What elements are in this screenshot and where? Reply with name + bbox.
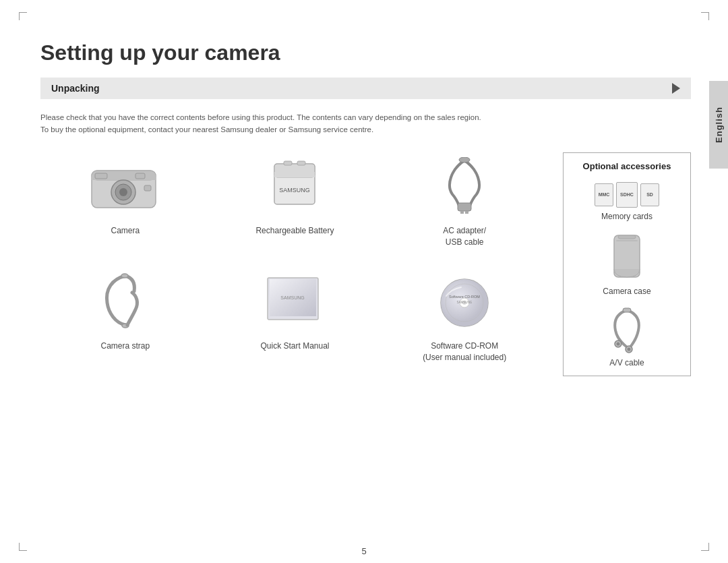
item-strap: Camera strap — [40, 268, 210, 376]
svg-rect-7 — [95, 173, 107, 179]
items-area: Camera SAMSUNG Rechargeable Battery — [40, 152, 691, 376]
battery-image: SAMSUNG — [251, 152, 338, 220]
svg-point-39 — [617, 342, 620, 345]
strap-svg — [95, 272, 156, 330]
sd-card: SD — [640, 183, 659, 206]
cdrom-image: Software CD-ROM SAMSUNG — [421, 268, 508, 335]
svg-point-19 — [121, 274, 128, 278]
manual-image: SAMSUNG — [251, 268, 338, 335]
main-items-grid: Camera SAMSUNG Rechargeable Battery — [40, 152, 549, 376]
ac-adapter-image — [421, 152, 508, 220]
sdhc-card: SDHC — [616, 182, 638, 208]
cdrom-label: Software CD-ROM(User manual included) — [423, 340, 506, 363]
description-line2: To buy the optional equipment, contact y… — [40, 125, 373, 134]
arrow-right-icon — [672, 83, 680, 94]
svg-point-5 — [119, 188, 127, 196]
battery-label: Rechargeable Battery — [255, 225, 334, 237]
battery-svg: SAMSUNG — [261, 157, 328, 214]
memory-cards-row: MMC SDHC SD — [595, 182, 659, 208]
svg-rect-33 — [618, 235, 636, 239]
svg-rect-8 — [144, 185, 151, 191]
strap-image — [82, 268, 169, 335]
svg-rect-37 — [623, 308, 631, 312]
svg-rect-17 — [460, 211, 464, 214]
cdrom-svg: Software CD-ROM SAMSUNG — [427, 272, 502, 330]
unpacking-banner: Unpacking — [40, 78, 691, 99]
av-cable-svg — [603, 307, 650, 354]
strap-label: Camera strap — [100, 340, 150, 352]
item-battery: SAMSUNG Rechargeable Battery — [210, 152, 380, 261]
svg-rect-11 — [274, 172, 315, 177]
av-cable-label: A/V cable — [609, 358, 644, 367]
page-number: 5 — [361, 546, 366, 556]
corner-mark-tl — [19, 12, 27, 20]
camera-svg — [85, 157, 166, 214]
main-content: Setting up your camera Unpacking Please … — [40, 27, 691, 536]
camera-case-label: Camera case — [603, 287, 650, 296]
corner-mark-br — [701, 543, 709, 551]
svg-rect-34 — [616, 240, 638, 241]
optional-title: Optional accessories — [583, 161, 671, 171]
svg-rect-6 — [135, 173, 145, 179]
optional-accessories-box: Optional accessories MMC SDHC SD Memory … — [563, 152, 691, 376]
description-line1: Please check that you have the correct c… — [40, 113, 481, 121]
svg-point-15 — [459, 157, 470, 162]
svg-text:SAMSUNG: SAMSUNG — [280, 187, 311, 194]
item-cdrom: Software CD-ROM SAMSUNG Software CD-ROM(… — [380, 268, 549, 376]
svg-text:SAMSUNG: SAMSUNG — [281, 295, 305, 300]
item-ac-adapter: AC adapter/USB cable — [380, 152, 549, 261]
language-tab-label: English — [714, 107, 724, 143]
svg-rect-13 — [284, 161, 292, 165]
camera-case-svg — [609, 232, 646, 283]
memory-cards-label: Memory cards — [601, 212, 653, 221]
svg-text:Software CD-ROM: Software CD-ROM — [449, 295, 480, 299]
corner-mark-tr — [701, 12, 709, 20]
description: Please check that you have the correct c… — [40, 111, 499, 136]
section-title: Unpacking — [51, 83, 100, 94]
manual-svg: SAMSUNG — [257, 272, 332, 330]
item-manual: SAMSUNG Quick Start Manual — [210, 268, 380, 376]
mmc-card: MMC — [595, 183, 613, 206]
svg-rect-16 — [458, 203, 471, 211]
page-title: Setting up your camera — [40, 40, 691, 65]
ac-adapter-label: AC adapter/USB cable — [443, 225, 486, 248]
ac-adapter-svg — [431, 157, 498, 214]
svg-text:SAMSUNG: SAMSUNG — [457, 301, 473, 304]
optional-camera-case: Camera case — [603, 232, 650, 296]
svg-point-36 — [628, 347, 631, 351]
manual-label: Quick Start Manual — [260, 340, 329, 352]
svg-rect-14 — [297, 161, 305, 165]
camera-label: Camera — [111, 225, 140, 237]
svg-rect-18 — [465, 211, 468, 214]
optional-memory-cards: MMC SDHC SD Memory cards — [595, 182, 659, 221]
optional-av-cable: A/V cable — [603, 307, 650, 367]
language-tab: English — [709, 81, 728, 169]
item-camera: Camera — [40, 152, 210, 261]
camera-image — [82, 152, 169, 220]
corner-mark-bl — [19, 543, 27, 551]
